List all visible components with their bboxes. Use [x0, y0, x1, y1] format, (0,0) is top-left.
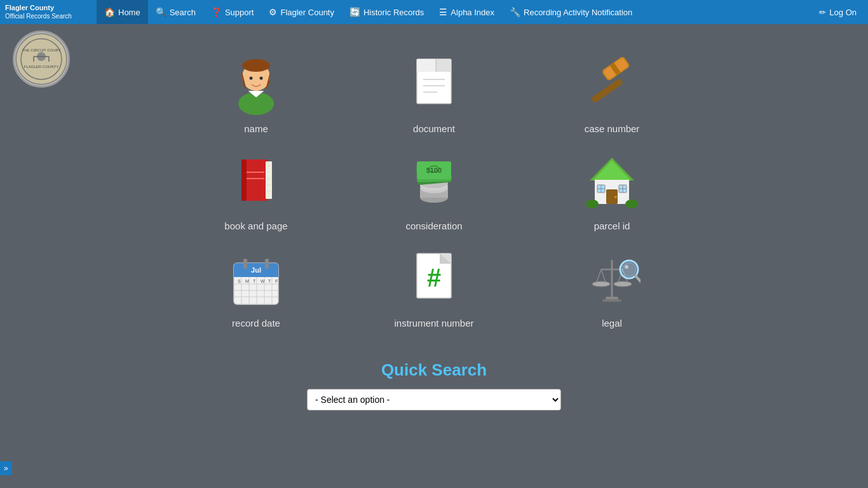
svg-point-88 — [614, 281, 632, 287]
tile-case-number[interactable]: case number — [542, 50, 682, 134]
nav-label-historic-records: Historic Records — [363, 8, 424, 17]
nav-icon-home: 🏠 — [104, 7, 115, 17]
svg-point-10 — [242, 59, 270, 72]
svg-text:S: S — [238, 279, 241, 283]
nav-icon-alpha-index: ☰ — [439, 7, 447, 17]
nav-item-support[interactable]: ❓Support — [203, 0, 262, 24]
svg-text:T: T — [268, 279, 271, 283]
tile-icon-document — [402, 50, 466, 119]
nav-item-flagler-county[interactable]: ⚙Flagler County — [261, 0, 342, 24]
tile-label-legal: legal — [602, 318, 622, 329]
quick-search-title: Quick Search — [381, 360, 487, 380]
nav-item-home[interactable]: 🏠Home — [97, 0, 148, 24]
logon-label: Log On — [829, 8, 857, 17]
svg-text:Jul: Jul — [251, 266, 261, 274]
tile-instrument-number[interactable]: # instrument number — [364, 244, 504, 329]
navbar: Flagler County Official Records Search 🏠… — [0, 0, 868, 24]
nav-label-support: Support — [225, 8, 254, 17]
nav-item-alpha-index[interactable]: ☰Alpha Index — [431, 0, 502, 24]
tile-record-date[interactable]: Jul S M T W T F record date — [186, 244, 326, 329]
tile-label-name: name — [244, 123, 268, 134]
tile-icon-name — [224, 50, 288, 119]
nav-item-recording-activity[interactable]: 🔧Recording Activity Notification — [502, 0, 640, 24]
tile-name[interactable]: name — [186, 50, 326, 134]
tile-label-document: document — [413, 123, 455, 134]
tile-icon-consideration: $100 — [402, 147, 466, 217]
nav-items: 🏠Home🔍Search❓Support⚙Flagler County🔄Hist… — [97, 0, 813, 24]
tile-label-instrument-number: instrument number — [394, 318, 473, 329]
svg-text:THE CIRCUIT COURT: THE CIRCUIT COURT — [22, 48, 61, 52]
svg-rect-26 — [266, 161, 272, 199]
tile-label-record-date: record date — [232, 318, 280, 329]
svg-line-93 — [635, 276, 641, 283]
nav-label-alpha-index: Alpha Index — [451, 8, 494, 17]
svg-rect-22 — [591, 78, 623, 104]
quick-search-section: Quick Search - Select an option -NameDoc… — [212, 360, 656, 410]
svg-point-56 — [625, 200, 638, 208]
nav-label-recording-activity: Recording Activity Notification — [524, 8, 632, 17]
svg-rect-90 — [602, 299, 621, 302]
svg-text:$100: $100 — [426, 166, 442, 174]
svg-point-11 — [250, 77, 253, 80]
brand-title: Flagler County — [5, 4, 94, 12]
tile-label-book-and-page: book and page — [224, 220, 287, 231]
svg-text:M: M — [245, 279, 249, 283]
tile-label-consideration: consideration — [405, 220, 462, 231]
tile-icon-record-date: Jul S M T W T F — [224, 244, 288, 314]
svg-point-55 — [586, 200, 599, 208]
logo-svg: THE CIRCUIT COURT FLAGLER COUNTY — [15, 32, 68, 86]
nav-label-flagler-county: Flagler County — [280, 8, 334, 17]
nav-icon-search: 🔍 — [156, 7, 166, 17]
tile-icon-book-and-page — [224, 147, 288, 217]
nav-icon-recording-activity: 🔧 — [510, 7, 520, 17]
main-content: name document case number — [0, 24, 868, 430]
county-logo: THE CIRCUIT COURT FLAGLER COUNTY — [13, 30, 70, 88]
svg-point-94 — [625, 265, 628, 269]
tile-legal[interactable]: legal — [542, 244, 682, 329]
tile-book-and-page[interactable]: book and page — [186, 147, 326, 231]
logon-icon: ✏ — [819, 8, 826, 17]
brand: Flagler County Official Records Search — [5, 4, 94, 20]
svg-marker-45 — [593, 160, 631, 180]
brand-subtitle: Official Records Search — [5, 13, 94, 20]
side-tab[interactable]: » — [0, 461, 12, 475]
tile-icon-instrument-number: # — [402, 244, 466, 314]
tile-consideration[interactable]: $100 consideration — [364, 147, 504, 231]
logon-button[interactable]: ✏ Log On — [813, 8, 863, 17]
svg-text:T: T — [253, 279, 256, 283]
nav-icon-flagler-county: ⚙ — [269, 7, 277, 17]
svg-point-48 — [614, 196, 617, 198]
svg-marker-14 — [417, 59, 436, 72]
svg-rect-25 — [241, 159, 247, 201]
svg-text:FLAGLER COUNTY: FLAGLER COUNTY — [24, 65, 58, 69]
tile-label-case-number: case number — [585, 123, 640, 134]
nav-item-search[interactable]: 🔍Search — [148, 0, 203, 24]
svg-text:F: F — [275, 279, 278, 283]
svg-text:W: W — [261, 279, 265, 283]
svg-rect-61 — [243, 259, 247, 269]
svg-point-92 — [622, 262, 636, 276]
nav-icon-support: ❓ — [211, 7, 222, 17]
tile-document[interactable]: document — [364, 50, 504, 134]
nav-icon-historic-records: 🔄 — [349, 7, 360, 17]
quick-search-select[interactable]: - Select an option -NameDocumentCase Num… — [307, 389, 561, 410]
tile-icon-legal — [580, 244, 644, 314]
svg-point-85 — [592, 281, 610, 287]
tile-label-parcel-id: parcel id — [594, 220, 630, 231]
nav-item-historic-records[interactable]: 🔄Historic Records — [342, 0, 431, 24]
logo-area: THE CIRCUIT COURT FLAGLER COUNTY — [13, 30, 70, 88]
search-grid: name document case number — [186, 50, 682, 329]
svg-text:#: # — [427, 264, 441, 292]
tile-icon-case-number — [580, 50, 644, 119]
nav-label-search: Search — [170, 8, 196, 17]
tile-parcel-id[interactable]: parcel id — [542, 147, 682, 231]
svg-marker-15 — [436, 59, 451, 72]
svg-point-12 — [260, 77, 263, 80]
svg-rect-62 — [265, 259, 269, 269]
nav-label-home: Home — [118, 8, 140, 17]
tile-icon-parcel-id — [580, 147, 644, 217]
